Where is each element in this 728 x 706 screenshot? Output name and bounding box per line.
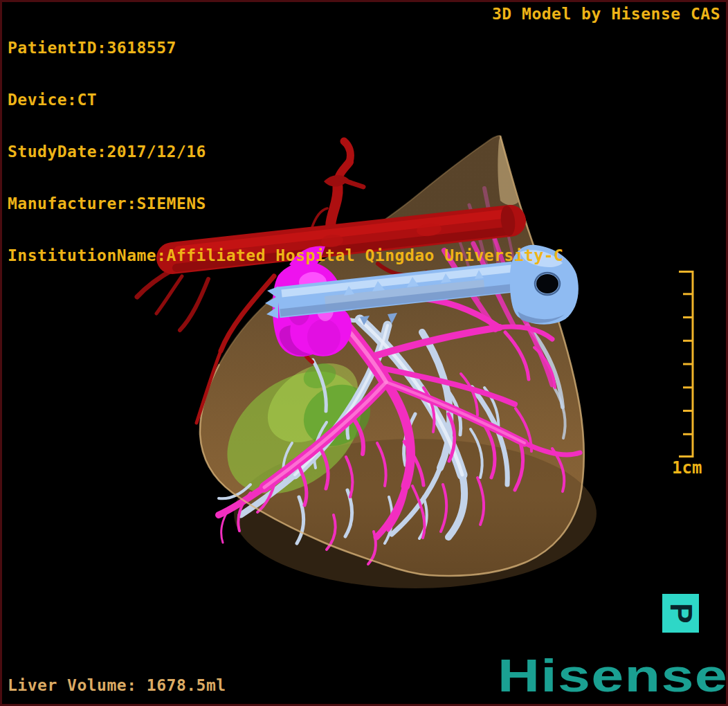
- scale-1cm-label: 1cm: [672, 458, 702, 478]
- overlay-manufacturer: Manufacturer:SIEMENS: [8, 195, 563, 212]
- watermark-title: 3D Model by Hisense CAS: [492, 5, 720, 23]
- overlay-institution: InstitutionName:Affiliated Hospital Qing…: [8, 247, 563, 264]
- overlay-device: Device:CT: [8, 91, 563, 109]
- hisense-logo: Hisense: [498, 652, 728, 700]
- patient-info-block: PatientID:3618557 Device:CT StudyDate:20…: [8, 5, 563, 299]
- scale-bar: [670, 265, 711, 487]
- overlay-study-date: StudyDate:2017/12/16: [8, 143, 563, 161]
- hisense-p-icon: P: [662, 594, 699, 633]
- liver-volume-label: Liver Volume: 1678.5ml: [8, 676, 226, 694]
- viewer-3d-canvas[interactable]: PatientID:3618557 Device:CT StudyDate:20…: [0, 0, 728, 706]
- p-icon-letter: P: [665, 603, 695, 623]
- overlay-patient-id: PatientID:3618557: [8, 39, 563, 57]
